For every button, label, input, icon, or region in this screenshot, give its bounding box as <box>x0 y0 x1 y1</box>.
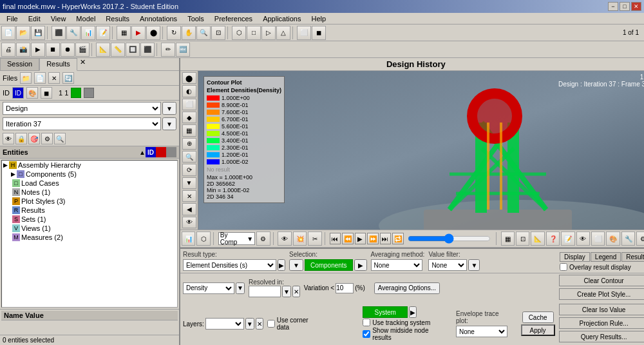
save-btn[interactable]: 💾 <box>31 26 45 40</box>
tb-top[interactable]: △ <box>276 26 290 40</box>
anim-end[interactable]: ⏭ <box>380 233 392 244</box>
layers-select[interactable] <box>205 318 244 330</box>
anim-explode[interactable]: 💥 <box>293 232 307 246</box>
tb-shade[interactable]: ◼ <box>312 26 326 40</box>
menu-view[interactable]: View <box>47 14 70 23</box>
tree-notes[interactable]: N Notes (1) <box>2 188 177 197</box>
anim-query[interactable]: ❓ <box>546 232 560 246</box>
ent-tb3[interactable]: 🎯 <box>28 133 40 144</box>
vp-tb6[interactable]: ⊕ <box>182 138 196 150</box>
color-gray[interactable] <box>84 88 94 98</box>
clear-contour-btn[interactable]: Clear Contour <box>559 275 644 286</box>
tb2-1[interactable]: 🖨 <box>1 43 15 57</box>
tree-views[interactable]: V Views (1) <box>2 224 177 233</box>
menu-tools[interactable]: Tools <box>184 14 208 23</box>
anim-chart[interactable]: 📊 <box>182 232 195 246</box>
tab-results[interactable]: Results <box>39 58 77 71</box>
tb-fit[interactable]: ⊡ <box>211 26 225 40</box>
anim-extra2[interactable]: ⚙ <box>636 232 644 246</box>
tb-rotate[interactable]: ↻ <box>167 26 181 40</box>
tb2-8[interactable]: 📏 <box>111 43 125 57</box>
show-midside-checkbox[interactable] <box>363 330 370 338</box>
resolved-filter[interactable]: ▼ <box>282 286 291 297</box>
anim-extra1[interactable]: 🔧 <box>621 232 635 246</box>
files-btn4[interactable]: 🔄 <box>62 72 74 84</box>
apply-btn[interactable]: Apply <box>521 324 555 336</box>
anim-cut[interactable]: ✂ <box>308 232 321 246</box>
vp-tb5[interactable]: ▦ <box>182 124 196 136</box>
system-end[interactable]: ▶ <box>409 306 417 318</box>
menu-model[interactable]: Model <box>72 14 99 23</box>
density-arrow[interactable]: ▼ <box>236 282 245 294</box>
maximize-button[interactable]: □ <box>620 2 630 11</box>
result-type-btn[interactable]: ▶ <box>278 259 285 271</box>
tab-close[interactable]: ✕ <box>80 58 86 70</box>
anim-prev[interactable]: ⏪ <box>342 233 354 244</box>
new-btn[interactable]: 📄 <box>1 26 15 40</box>
averaging-select[interactable]: None <box>371 259 422 271</box>
anim-view[interactable]: 👁 <box>278 232 291 246</box>
tree-sets[interactable]: S Sets (1) <box>2 215 177 224</box>
anim-next[interactable]: ⏩ <box>367 233 379 244</box>
tb2-2[interactable]: 📸 <box>16 43 30 57</box>
anim-loop[interactable]: 🔁 <box>392 233 404 244</box>
iteration-select[interactable]: Iteration 37 <box>3 117 161 130</box>
tree-results[interactable]: R Results <box>2 206 177 215</box>
id-btn2[interactable]: 🎨 <box>26 87 38 99</box>
files-btn2[interactable]: 📄 <box>34 72 46 84</box>
anim-3d[interactable]: ⬡ <box>196 232 210 246</box>
averaging-options-btn[interactable]: Averaging Options... <box>374 282 440 294</box>
layers-filter[interactable]: ▼ <box>245 318 254 330</box>
anim-color[interactable]: 🎨 <box>606 232 620 246</box>
menu-results[interactable]: Results <box>102 14 133 23</box>
id-toggle[interactable]: ID <box>146 147 156 157</box>
vp-tb11[interactable]: ◀ <box>182 203 196 215</box>
variation-input[interactable] <box>336 283 354 293</box>
vp-tb8[interactable]: ⟳ <box>182 164 196 175</box>
open-btn[interactable]: 📂 <box>16 26 30 40</box>
vp-tb7[interactable]: 🔍 <box>182 151 196 163</box>
anim-settings[interactable]: ⚙ <box>256 232 270 246</box>
value-filter-select[interactable]: None <box>428 259 467 271</box>
tab-legend[interactable]: Legend <box>591 252 621 262</box>
files-btn1[interactable]: 📁 <box>20 72 32 84</box>
menu-file[interactable]: File <box>3 14 22 23</box>
tree-assembly[interactable]: ▶ H Assembly Hierarchy <box>2 161 177 170</box>
anim-slider[interactable] <box>408 234 491 243</box>
id-btn3[interactable]: ◼ <box>41 87 52 99</box>
vp-tb9[interactable]: ▼ <box>182 177 196 189</box>
menu-annotations[interactable]: Annotations <box>136 14 181 23</box>
tb-btn5[interactable]: 📝 <box>96 26 110 40</box>
tab-result[interactable]: Result <box>621 252 644 262</box>
anim-hide[interactable]: 👁 <box>576 232 590 246</box>
tb-btn3[interactable]: 🔧 <box>66 26 80 40</box>
anim-grid[interactable]: ▦ <box>501 232 515 246</box>
tree-loadcases[interactable]: □ Load Cases <box>2 179 177 188</box>
ent-tb5[interactable]: 🔍 <box>54 133 66 144</box>
vp-tb2[interactable]: ◐ <box>182 85 196 97</box>
anim-start[interactable]: ⏮ <box>330 233 341 244</box>
tb-wire[interactable]: ⬜ <box>297 26 311 40</box>
query-btn[interactable]: Query Results... <box>559 331 644 342</box>
tb-btn6[interactable]: ▦ <box>117 26 131 40</box>
components-btn[interactable]: Components <box>305 259 353 271</box>
anim-play[interactable]: ▶ <box>355 233 366 244</box>
tree-components[interactable]: ▶ □ Components (5) <box>2 170 177 179</box>
vp-tb10[interactable]: ✕ <box>182 190 196 202</box>
color-btn[interactable] <box>156 147 166 157</box>
design-select[interactable]: Design <box>3 102 161 115</box>
menu-preferences[interactable]: Preferences <box>211 14 256 23</box>
tb2-10[interactable]: ⬛ <box>140 43 155 57</box>
overlay-checkbox[interactable] <box>560 263 567 271</box>
resolved-clear[interactable]: ✕ <box>292 286 300 297</box>
layers-clear[interactable]: ✕ <box>256 318 263 330</box>
use-corner-checkbox[interactable] <box>267 320 275 328</box>
result-type-select[interactable]: Element Densities (s) <box>183 259 276 271</box>
anim-note[interactable]: 📝 <box>561 232 574 246</box>
entities-expand[interactable]: ▲ <box>139 149 146 156</box>
tab-session[interactable]: Session <box>0 58 39 70</box>
components-end-btn[interactable]: ▶ <box>354 259 367 271</box>
tb2-9[interactable]: 🔲 <box>126 43 140 57</box>
vp-tb3[interactable]: ⬜ <box>182 99 196 110</box>
vp-tb12[interactable]: 👁 <box>182 217 196 228</box>
